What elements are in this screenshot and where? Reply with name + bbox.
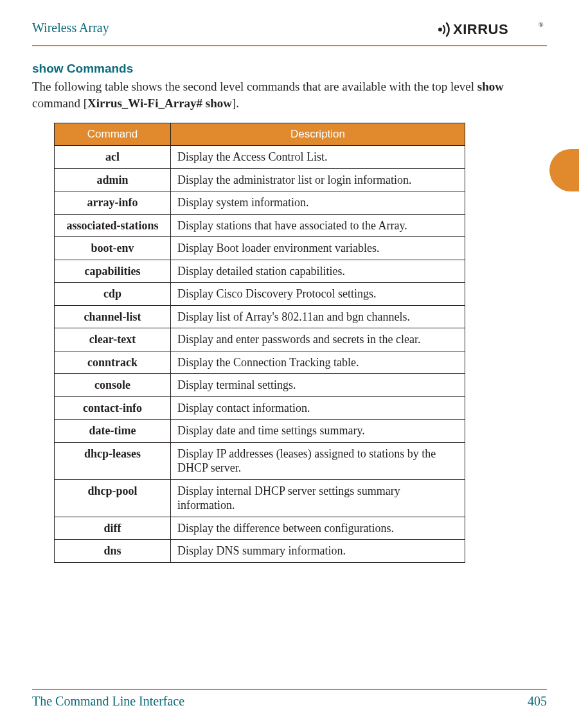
svg-text:XIRRUS: XIRRUS <box>453 21 508 37</box>
command-description: Display contact information. <box>171 396 465 420</box>
table-row: adminDisplay the administrator list or l… <box>55 168 465 191</box>
command-description: Display date and time settings summary. <box>171 420 465 443</box>
table-row: capabilitiesDisplay detailed station cap… <box>55 260 465 283</box>
table-row: cdpDisplay Cisco Discovery Protocol sett… <box>55 283 465 306</box>
table-row: dnsDisplay DNS summary information. <box>55 540 465 563</box>
command-name: dhcp-pool <box>55 479 171 517</box>
command-name: contact-info <box>55 396 171 420</box>
table-row: consoleDisplay terminal settings. <box>55 374 465 397</box>
table-row: conntrackDisplay the Connection Tracking… <box>55 351 465 374</box>
command-name: capabilities <box>55 260 171 283</box>
table-row: array-infoDisplay system information. <box>55 191 465 215</box>
command-description: Display stations that have associated to… <box>171 214 465 237</box>
page: Wireless Array XIRRUS ® show Commands Th… <box>0 0 579 728</box>
table-row: boot-envDisplay Boot loader environment … <box>55 237 465 260</box>
table-row: dhcp-leasesDisplay IP addresses (leases)… <box>55 442 465 479</box>
command-name: acl <box>55 146 171 169</box>
command-name: dhcp-leases <box>55 442 171 479</box>
command-description: Display IP addresses (leases) assigned t… <box>171 442 465 479</box>
command-name: conntrack <box>55 351 171 374</box>
xirrus-logo-icon: XIRRUS ® <box>436 21 547 39</box>
footer-section-title: The Command Line Interface <box>32 694 184 709</box>
command-description: Display the Connection Tracking table. <box>171 351 465 374</box>
intro-text: The following table shows the second lev… <box>32 80 477 93</box>
header-title: Wireless Array <box>32 18 109 35</box>
intro-text: ]. <box>232 96 239 110</box>
command-name: boot-env <box>55 237 171 260</box>
command-name: associated-stations <box>55 214 171 237</box>
command-name: cdp <box>55 283 171 306</box>
command-description: Display and enter passwords and secrets … <box>171 328 465 351</box>
table-header-description: Description <box>171 123 465 146</box>
svg-text:®: ® <box>539 21 544 28</box>
table-row: diffDisplay the difference between confi… <box>55 517 465 540</box>
command-name: channel-list <box>55 305 171 328</box>
section-heading: show Commands <box>32 62 547 76</box>
table-row: channel-listDisplay list of Array's 802.… <box>55 305 465 328</box>
table-row: date-timeDisplay date and time settings … <box>55 420 465 443</box>
command-description: Display Cisco Discovery Protocol setting… <box>171 283 465 306</box>
command-description: Display DNS summary information. <box>171 540 465 563</box>
page-header: Wireless Array XIRRUS ® <box>32 18 547 46</box>
table-header-row: Command Description <box>55 123 465 146</box>
command-description: Display the administrator list or login … <box>171 168 465 191</box>
xirrus-logo: XIRRUS ® <box>436 18 547 39</box>
intro-bold-show: show <box>477 80 504 93</box>
command-name: diff <box>55 517 171 540</box>
command-name: admin <box>55 168 171 191</box>
command-description: Display terminal settings. <box>171 374 465 397</box>
command-description: Display Boot loader environment variable… <box>171 237 465 260</box>
table-header-command: Command <box>55 123 171 146</box>
command-name: date-time <box>55 420 171 443</box>
command-name: array-info <box>55 191 171 215</box>
command-description: Display the Access Control List. <box>171 146 465 169</box>
svg-point-0 <box>438 28 442 31</box>
side-tab-icon <box>549 149 579 191</box>
command-name: console <box>55 374 171 397</box>
command-name: clear-text <box>55 328 171 351</box>
intro-paragraph: The following table shows the second lev… <box>32 78 547 111</box>
command-description: Display list of Array's 802.11an and bgn… <box>171 305 465 328</box>
intro-bold-prompt: Xirrus_Wi-Fi_Array# show <box>87 96 232 110</box>
table-row: clear-textDisplay and enter passwords an… <box>55 328 465 351</box>
table-row: associated-stationsDisplay stations that… <box>55 214 465 237</box>
table-row: contact-infoDisplay contact information. <box>55 396 465 420</box>
command-description: Display detailed station capabilities. <box>171 260 465 283</box>
table-row: dhcp-poolDisplay internal DHCP server se… <box>55 479 465 517</box>
footer-page-number: 405 <box>528 694 547 709</box>
table-row: aclDisplay the Access Control List. <box>55 146 465 169</box>
intro-text: command [ <box>32 96 87 110</box>
page-footer: The Command Line Interface 405 <box>32 689 547 709</box>
commands-table: Command Description aclDisplay the Acces… <box>54 123 465 563</box>
command-description: Display system information. <box>171 191 465 215</box>
command-name: dns <box>55 540 171 563</box>
command-description: Display internal DHCP server settings su… <box>171 479 465 517</box>
command-description: Display the difference between configura… <box>171 517 465 540</box>
